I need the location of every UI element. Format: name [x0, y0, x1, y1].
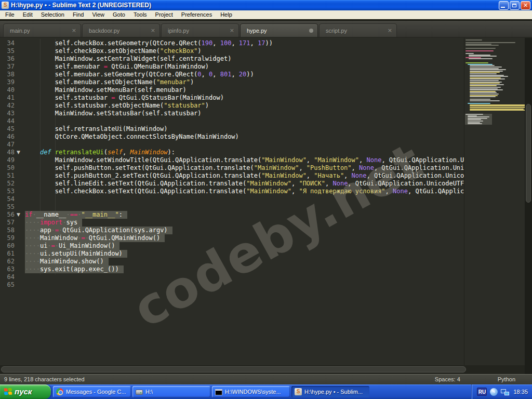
tab-close-icon[interactable]: × [72, 24, 76, 37]
code-line-63[interactable]: 63····sys.exit(app.exec_()) [0, 265, 464, 273]
tab-close-icon[interactable]: × [151, 24, 155, 37]
code-line-39[interactable]: 39 self.menubar.setObjectName("menubar") [0, 78, 464, 86]
line-number[interactable]: 48▼ [0, 149, 21, 156]
close-button[interactable]: ✕ [521, 1, 530, 10]
code-line-36[interactable]: 36 MainWindow.setCentralWidget(self.cent… [0, 55, 464, 63]
line-number[interactable]: 54 [0, 195, 21, 203]
code-line-50[interactable]: 50 self.pushButton.setText(QtGui.QApplic… [0, 164, 464, 172]
code-line-48[interactable]: 48▼ def retranslateUi(self, MainWindow): [0, 149, 464, 156]
code-line-43[interactable]: 43 MainWindow.setStatusBar(self.statusba… [0, 110, 464, 117]
minimize-button[interactable] [499, 1, 509, 10]
line-number[interactable]: 57 [0, 219, 21, 227]
code-line-35[interactable]: 35 self.checkBox.setObjectName("checkBox… [0, 47, 464, 55]
minimap[interactable] [464, 38, 525, 365]
code-line-56[interactable]: 56▼if·__name__·==·"__main__": [0, 211, 464, 219]
taskbar-button-4[interactable]: SH:\hype.py • - Sublim... [291, 386, 369, 397]
tab-ipinfo.py[interactable]: ipinfo.py× [161, 23, 239, 37]
line-number[interactable]: 58 [0, 227, 21, 234]
fold-arrow-icon[interactable]: ▼ [17, 211, 20, 219]
menu-project[interactable]: Project [151, 10, 177, 19]
line-content[interactable]: ····MainWindow.show() [21, 258, 464, 265]
horizontal-scrollbar[interactable] [0, 365, 525, 374]
language-indicator[interactable]: RU [477, 388, 487, 396]
menu-selection[interactable]: Selection [37, 10, 69, 19]
line-number[interactable]: 64 [0, 273, 21, 281]
line-number[interactable]: 42 [0, 102, 21, 110]
horizontal-scroll-thumb[interactable] [1, 366, 466, 373]
syntax-mode[interactable]: Python [498, 375, 515, 384]
line-content[interactable]: ····import·sys [21, 219, 464, 227]
code-line-45[interactable]: 45 self.retranslateUi(MainWindow) [0, 125, 464, 133]
tab-script.py[interactable]: script.py× [319, 23, 397, 37]
code-line-37[interactable]: 37 self.menubar = QtGui.QMenuBar(MainWin… [0, 63, 464, 71]
menu-find[interactable]: Find [69, 10, 88, 19]
line-number[interactable]: 34 [0, 39, 21, 47]
line-content[interactable]: self.statusbar.setObjectName("statusbar"… [21, 102, 464, 110]
line-number[interactable]: 47 [0, 141, 21, 149]
indent-settings[interactable]: Spaces: 4 [435, 375, 460, 384]
line-content[interactable]: self.pushButton.setText(QtGui.QApplicati… [21, 164, 464, 172]
taskbar-button-3[interactable]: H:\WINDOWS\syste... [212, 386, 290, 397]
code-line-49[interactable]: 49 MainWindow.setWindowTitle(QtGui.QAppl… [0, 156, 464, 164]
code-area[interactable]: 34 self.checkBox.setGeometry(QtCore.QRec… [0, 39, 464, 289]
tab-close-icon[interactable]: × [230, 24, 234, 37]
line-number[interactable]: 59 [0, 234, 21, 242]
editor[interactable]: 34 self.checkBox.setGeometry(QtCore.QRec… [0, 38, 532, 365]
restore-button[interactable] [510, 1, 520, 10]
line-number[interactable]: 36 [0, 55, 21, 63]
line-content[interactable]: ····ui·=·Ui_MainWindow() [21, 242, 464, 250]
line-number[interactable]: 40 [0, 86, 21, 94]
code-line-40[interactable]: 40 MainWindow.setMenuBar(self.menubar) [0, 86, 464, 94]
code-line-46[interactable]: 46 QtCore.QMetaObject.connectSlotsByName… [0, 133, 464, 141]
line-number[interactable]: 46 [0, 133, 21, 141]
code-line-64[interactable]: 64 [0, 273, 464, 281]
line-content[interactable]: def retranslateUi(self, MainWindow): [21, 149, 464, 156]
line-content[interactable]: self.pushButton_2.setText(QtGui.QApplica… [21, 172, 464, 180]
code-line-62[interactable]: 62····MainWindow.show() [0, 258, 464, 265]
line-content[interactable]: ····MainWindow·=·QtGui.QMainWindow() [21, 234, 464, 242]
line-number[interactable]: 35 [0, 47, 21, 55]
vertical-scroll-thumb[interactable] [526, 104, 531, 203]
line-number[interactable]: 37 [0, 63, 21, 71]
line-number[interactable]: 60 [0, 242, 21, 250]
tab-hype.py[interactable]: hype.py [240, 23, 318, 37]
line-number[interactable]: 38 [0, 71, 21, 78]
menu-help[interactable]: Help [216, 10, 236, 19]
code-line-51[interactable]: 51 self.pushButton_2.setText(QtGui.QAppl… [0, 172, 464, 180]
line-content[interactable]: MainWindow.setMenuBar(self.menubar) [21, 86, 464, 94]
code-line-44[interactable]: 44 [0, 117, 464, 125]
line-content[interactable]: MainWindow.setStatusBar(self.statusbar) [21, 110, 464, 117]
line-content[interactable]: self.menubar.setObjectName("menubar") [21, 78, 464, 86]
code-line-59[interactable]: 59····MainWindow·=·QtGui.QMainWindow() [0, 234, 464, 242]
line-content[interactable]: ····app·=·QtGui.QApplication(sys.argv) [21, 227, 464, 234]
line-content[interactable] [21, 195, 464, 203]
tab-backdoor.py[interactable]: backdoor.py× [82, 23, 160, 37]
line-content[interactable] [21, 141, 464, 149]
tab-main.py[interactable]: main.py× [3, 23, 81, 37]
line-content[interactable]: self.menubar = QtGui.QMenuBar(MainWindow… [21, 63, 464, 71]
line-number[interactable]: 44 [0, 117, 21, 125]
line-number[interactable]: 45 [0, 125, 21, 133]
code-line-41[interactable]: 41 self.statusbar = QtGui.QStatusBar(Mai… [0, 94, 464, 102]
line-number[interactable]: 51 [0, 172, 21, 180]
taskbar-button-1[interactable]: Messages - Google C... [53, 386, 131, 397]
code-line-57[interactable]: 57····import·sys [0, 219, 464, 227]
line-number[interactable]: 49 [0, 156, 21, 164]
fold-arrow-icon[interactable]: ▼ [17, 149, 20, 156]
code-line-42[interactable]: 42 self.statusbar.setObjectName("statusb… [0, 102, 464, 110]
line-number[interactable]: 61 [0, 250, 21, 258]
menu-view[interactable]: View [88, 10, 109, 19]
code-line-38[interactable]: 38 self.menubar.setGeometry(QtCore.QRect… [0, 71, 464, 78]
code-line-61[interactable]: 61····ui.setupUi(MainWindow) [0, 250, 464, 258]
line-content[interactable] [21, 273, 464, 281]
tray-collapse-icon[interactable]: ‹ [490, 388, 498, 396]
code-line-53[interactable]: 53 self.checkBox.setText(QtGui.QApplicat… [0, 188, 464, 195]
line-content[interactable]: self.lineEdit.setText(QtGui.QApplication… [21, 180, 464, 188]
code-line-34[interactable]: 34 self.checkBox.setGeometry(QtCore.QRec… [0, 39, 464, 47]
line-content[interactable]: if·__name__·==·"__main__": [21, 211, 464, 219]
line-number[interactable]: 53 [0, 188, 21, 195]
line-number[interactable]: 55 [0, 203, 21, 211]
line-content[interactable]: self.checkBox.setObjectName("checkBox") [21, 47, 464, 55]
line-content[interactable]: MainWindow.setWindowTitle(QtGui.QApplica… [21, 156, 464, 164]
menu-file[interactable]: File [1, 10, 19, 19]
